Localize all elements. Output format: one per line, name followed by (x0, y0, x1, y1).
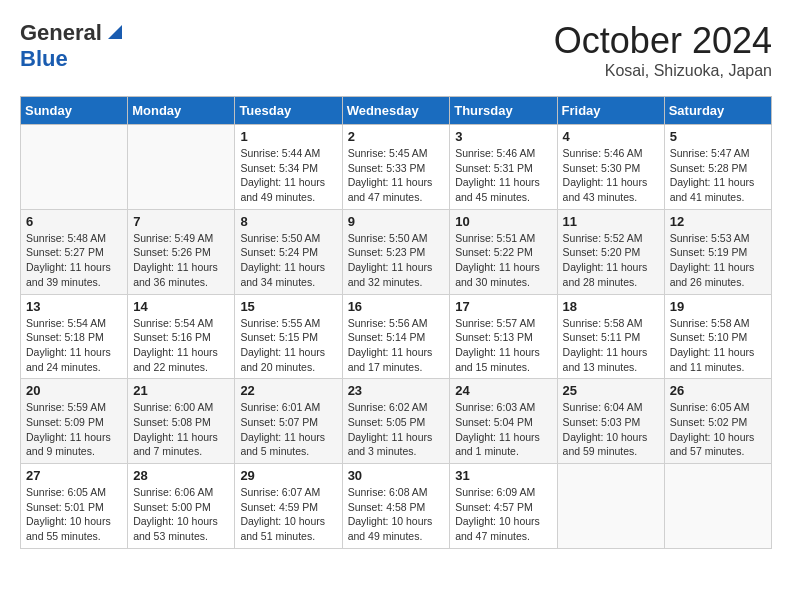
col-header-monday: Monday (128, 97, 235, 125)
calendar-cell: 19Sunrise: 5:58 AMSunset: 5:10 PMDayligh… (664, 294, 771, 379)
title-block: October 2024 Kosai, Shizuoka, Japan (554, 20, 772, 80)
calendar-cell (21, 125, 128, 210)
location-subtitle: Kosai, Shizuoka, Japan (554, 62, 772, 80)
day-number: 12 (670, 214, 766, 229)
day-number: 27 (26, 468, 122, 483)
calendar-week-row: 20Sunrise: 5:59 AMSunset: 5:09 PMDayligh… (21, 379, 772, 464)
calendar-table: SundayMondayTuesdayWednesdayThursdayFrid… (20, 96, 772, 549)
day-number: 3 (455, 129, 551, 144)
calendar-cell: 27Sunrise: 6:05 AMSunset: 5:01 PMDayligh… (21, 464, 128, 549)
day-details: Sunrise: 5:50 AMSunset: 5:24 PMDaylight:… (240, 231, 336, 290)
day-details: Sunrise: 5:52 AMSunset: 5:20 PMDaylight:… (563, 231, 659, 290)
calendar-cell: 12Sunrise: 5:53 AMSunset: 5:19 PMDayligh… (664, 209, 771, 294)
calendar-week-row: 1Sunrise: 5:44 AMSunset: 5:34 PMDaylight… (21, 125, 772, 210)
col-header-tuesday: Tuesday (235, 97, 342, 125)
calendar-cell: 1Sunrise: 5:44 AMSunset: 5:34 PMDaylight… (235, 125, 342, 210)
day-details: Sunrise: 6:02 AMSunset: 5:05 PMDaylight:… (348, 400, 445, 459)
calendar-cell: 22Sunrise: 6:01 AMSunset: 5:07 PMDayligh… (235, 379, 342, 464)
col-header-saturday: Saturday (664, 97, 771, 125)
day-details: Sunrise: 5:44 AMSunset: 5:34 PMDaylight:… (240, 146, 336, 205)
day-number: 24 (455, 383, 551, 398)
day-number: 20 (26, 383, 122, 398)
calendar-cell: 7Sunrise: 5:49 AMSunset: 5:26 PMDaylight… (128, 209, 235, 294)
day-number: 23 (348, 383, 445, 398)
calendar-cell: 24Sunrise: 6:03 AMSunset: 5:04 PMDayligh… (450, 379, 557, 464)
logo-triangle-icon (104, 23, 122, 41)
day-details: Sunrise: 6:07 AMSunset: 4:59 PMDaylight:… (240, 485, 336, 544)
day-number: 18 (563, 299, 659, 314)
day-details: Sunrise: 5:59 AMSunset: 5:09 PMDaylight:… (26, 400, 122, 459)
day-number: 31 (455, 468, 551, 483)
calendar-cell: 25Sunrise: 6:04 AMSunset: 5:03 PMDayligh… (557, 379, 664, 464)
day-number: 26 (670, 383, 766, 398)
day-number: 25 (563, 383, 659, 398)
day-number: 29 (240, 468, 336, 483)
calendar-cell: 23Sunrise: 6:02 AMSunset: 5:05 PMDayligh… (342, 379, 450, 464)
calendar-cell (557, 464, 664, 549)
col-header-wednesday: Wednesday (342, 97, 450, 125)
calendar-week-row: 27Sunrise: 6:05 AMSunset: 5:01 PMDayligh… (21, 464, 772, 549)
month-title: October 2024 (554, 20, 772, 62)
day-number: 13 (26, 299, 122, 314)
calendar-cell: 16Sunrise: 5:56 AMSunset: 5:14 PMDayligh… (342, 294, 450, 379)
calendar-cell: 30Sunrise: 6:08 AMSunset: 4:58 PMDayligh… (342, 464, 450, 549)
calendar-cell: 14Sunrise: 5:54 AMSunset: 5:16 PMDayligh… (128, 294, 235, 379)
day-number: 28 (133, 468, 229, 483)
calendar-cell: 18Sunrise: 5:58 AMSunset: 5:11 PMDayligh… (557, 294, 664, 379)
logo: General Blue (20, 20, 122, 72)
calendar-cell: 2Sunrise: 5:45 AMSunset: 5:33 PMDaylight… (342, 125, 450, 210)
day-details: Sunrise: 6:04 AMSunset: 5:03 PMDaylight:… (563, 400, 659, 459)
calendar-cell: 10Sunrise: 5:51 AMSunset: 5:22 PMDayligh… (450, 209, 557, 294)
svg-marker-0 (108, 25, 122, 39)
calendar-cell (128, 125, 235, 210)
day-details: Sunrise: 6:09 AMSunset: 4:57 PMDaylight:… (455, 485, 551, 544)
day-details: Sunrise: 5:45 AMSunset: 5:33 PMDaylight:… (348, 146, 445, 205)
day-number: 16 (348, 299, 445, 314)
calendar-cell: 5Sunrise: 5:47 AMSunset: 5:28 PMDaylight… (664, 125, 771, 210)
day-number: 7 (133, 214, 229, 229)
col-header-friday: Friday (557, 97, 664, 125)
day-number: 14 (133, 299, 229, 314)
day-details: Sunrise: 6:08 AMSunset: 4:58 PMDaylight:… (348, 485, 445, 544)
calendar-header-row: SundayMondayTuesdayWednesdayThursdayFrid… (21, 97, 772, 125)
calendar-week-row: 6Sunrise: 5:48 AMSunset: 5:27 PMDaylight… (21, 209, 772, 294)
day-number: 10 (455, 214, 551, 229)
day-details: Sunrise: 5:58 AMSunset: 5:10 PMDaylight:… (670, 316, 766, 375)
day-details: Sunrise: 5:54 AMSunset: 5:16 PMDaylight:… (133, 316, 229, 375)
calendar-cell: 20Sunrise: 5:59 AMSunset: 5:09 PMDayligh… (21, 379, 128, 464)
calendar-cell: 3Sunrise: 5:46 AMSunset: 5:31 PMDaylight… (450, 125, 557, 210)
day-details: Sunrise: 6:03 AMSunset: 5:04 PMDaylight:… (455, 400, 551, 459)
day-number: 4 (563, 129, 659, 144)
day-number: 2 (348, 129, 445, 144)
day-details: Sunrise: 6:06 AMSunset: 5:00 PMDaylight:… (133, 485, 229, 544)
day-details: Sunrise: 6:01 AMSunset: 5:07 PMDaylight:… (240, 400, 336, 459)
calendar-cell: 17Sunrise: 5:57 AMSunset: 5:13 PMDayligh… (450, 294, 557, 379)
day-number: 17 (455, 299, 551, 314)
calendar-cell: 8Sunrise: 5:50 AMSunset: 5:24 PMDaylight… (235, 209, 342, 294)
day-details: Sunrise: 5:55 AMSunset: 5:15 PMDaylight:… (240, 316, 336, 375)
day-details: Sunrise: 5:46 AMSunset: 5:30 PMDaylight:… (563, 146, 659, 205)
day-number: 5 (670, 129, 766, 144)
day-details: Sunrise: 5:50 AMSunset: 5:23 PMDaylight:… (348, 231, 445, 290)
calendar-cell: 29Sunrise: 6:07 AMSunset: 4:59 PMDayligh… (235, 464, 342, 549)
calendar-cell (664, 464, 771, 549)
col-header-sunday: Sunday (21, 97, 128, 125)
day-details: Sunrise: 5:56 AMSunset: 5:14 PMDaylight:… (348, 316, 445, 375)
day-number: 1 (240, 129, 336, 144)
calendar-cell: 31Sunrise: 6:09 AMSunset: 4:57 PMDayligh… (450, 464, 557, 549)
day-number: 30 (348, 468, 445, 483)
logo-general-text: General (20, 20, 102, 46)
day-details: Sunrise: 6:00 AMSunset: 5:08 PMDaylight:… (133, 400, 229, 459)
day-details: Sunrise: 5:46 AMSunset: 5:31 PMDaylight:… (455, 146, 551, 205)
day-details: Sunrise: 5:51 AMSunset: 5:22 PMDaylight:… (455, 231, 551, 290)
day-details: Sunrise: 5:58 AMSunset: 5:11 PMDaylight:… (563, 316, 659, 375)
calendar-cell: 11Sunrise: 5:52 AMSunset: 5:20 PMDayligh… (557, 209, 664, 294)
calendar-cell: 6Sunrise: 5:48 AMSunset: 5:27 PMDaylight… (21, 209, 128, 294)
day-number: 19 (670, 299, 766, 314)
logo-blue-text: Blue (20, 46, 68, 72)
calendar-cell: 15Sunrise: 5:55 AMSunset: 5:15 PMDayligh… (235, 294, 342, 379)
day-details: Sunrise: 5:54 AMSunset: 5:18 PMDaylight:… (26, 316, 122, 375)
day-details: Sunrise: 5:53 AMSunset: 5:19 PMDaylight:… (670, 231, 766, 290)
col-header-thursday: Thursday (450, 97, 557, 125)
calendar-cell: 21Sunrise: 6:00 AMSunset: 5:08 PMDayligh… (128, 379, 235, 464)
